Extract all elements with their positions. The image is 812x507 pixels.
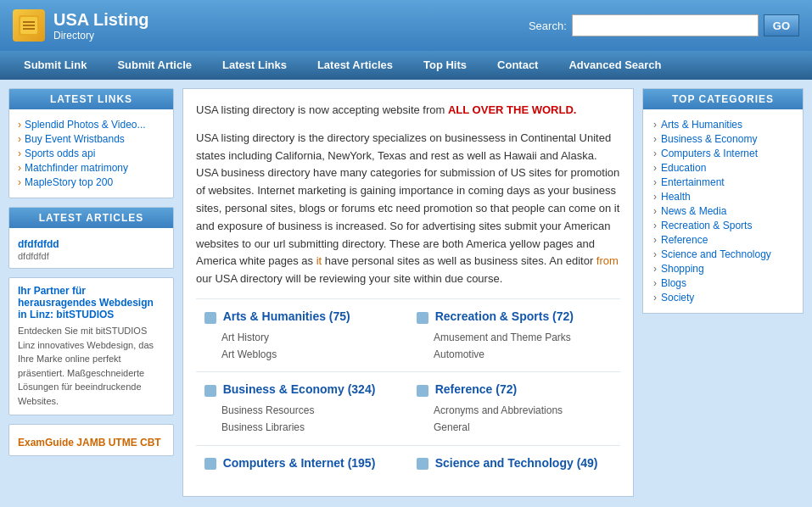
center-content: USA listing directory is now accepting w…: [182, 88, 634, 497]
right-cat-entertainment[interactable]: Entertainment: [653, 176, 792, 188]
search-input[interactable]: [572, 14, 759, 36]
cat-recreation-title[interactable]: Recreation & Sports (72): [435, 309, 574, 323]
cat-arts-subs: Art HistoryArt Weblogs: [204, 329, 400, 364]
header: USA Listing Directory Search: GO: [0, 0, 812, 51]
right-cat-recreation[interactable]: Recreation & Sports: [653, 220, 792, 231]
latest-link-3[interactable]: Sports odds api: [18, 148, 165, 159]
article-subtitle-1: dfdfdfdf: [18, 251, 165, 261]
cat-arts-title[interactable]: Arts & Humanities (75): [223, 309, 350, 323]
cat-recreation-subs: Amusement and Theme ParksAutomotive: [417, 329, 612, 364]
promo-content: Ihr Partner für herausragendes Webdesign…: [9, 278, 173, 415]
intro-paragraph-1: USA listing directory is now accepting w…: [196, 102, 620, 120]
cat-arts-icon: [204, 312, 216, 324]
right-cat-health[interactable]: Health: [653, 191, 792, 203]
nav-submit-link[interactable]: Submit Link: [8, 51, 102, 80]
right-cat-reference[interactable]: Reference: [653, 234, 792, 246]
latest-link-5[interactable]: MapleStory top 200: [18, 176, 165, 188]
nav-latest-articles[interactable]: Latest Articles: [302, 51, 408, 80]
cat-computers-icon: [204, 458, 216, 470]
examguide-content: ExamGuide JAMB UTME CBT: [9, 425, 173, 455]
intro-paragraph-2: USA listing directory is the directory s…: [196, 130, 620, 288]
top-categories-content: Arts & Humanities Business & Economy Com…: [643, 109, 803, 313]
latest-links-content: Splendid Photos & Video... Buy Event Wri…: [9, 109, 173, 198]
top-categories-box: TOP CATEGORIES Arts & Humanities Busines…: [642, 88, 804, 314]
cat-reference-subs: Acronyms and AbbreviationsGeneral: [417, 402, 612, 437]
inline-link-it[interactable]: it: [316, 254, 322, 267]
category-grid: Arts & Humanities (75) Art HistoryArt We…: [196, 298, 620, 483]
latest-articles-box: LATEST ARTICLES dfdfdfdd dfdfdfdf: [8, 207, 174, 269]
logo-area: USA Listing Directory: [13, 9, 149, 42]
right-cat-shopping[interactable]: Shopping: [653, 263, 792, 275]
latest-links-header: LATEST LINKS: [9, 89, 173, 109]
article-title-1[interactable]: dfdfdfdd: [18, 238, 165, 250]
latest-link-1[interactable]: Splendid Photos & Video...: [18, 119, 165, 131]
cat-science-icon: [417, 458, 428, 470]
latest-articles-header: LATEST ARTICLES: [9, 208, 173, 228]
inline-link-from[interactable]: from: [596, 254, 619, 267]
nav-latest-links[interactable]: Latest Links: [207, 51, 302, 80]
right-cat-arts[interactable]: Arts & Humanities: [653, 119, 792, 131]
go-button[interactable]: GO: [764, 14, 799, 36]
right-cat-science[interactable]: Science and Technology: [653, 248, 792, 260]
right-cat-society[interactable]: Society: [653, 292, 792, 304]
site-subtitle: Directory: [53, 30, 149, 42]
examguide-link[interactable]: ExamGuide JAMB UTME CBT: [18, 437, 165, 448]
search-area: Search: GO: [529, 14, 799, 36]
promo-title[interactable]: Ihr Partner für herausragendes Webdesign…: [18, 285, 165, 320]
cat-reference-icon: [417, 385, 428, 397]
search-label: Search:: [529, 20, 567, 32]
cat-business-title[interactable]: Business & Economy (324): [223, 382, 376, 396]
cat-recreation-icon: [417, 312, 428, 324]
nav-advanced-search[interactable]: Advanced Search: [553, 51, 676, 80]
site-title: USA Listing: [53, 10, 149, 30]
right-cat-blogs[interactable]: Blogs: [653, 277, 792, 289]
logo-text-area: USA Listing Directory: [53, 10, 149, 42]
latest-link-2[interactable]: Buy Event Wristbands: [18, 133, 165, 145]
nav-submit-article[interactable]: Submit Article: [102, 51, 207, 80]
cat-business-icon: [204, 385, 216, 397]
promo-box: Ihr Partner für herausragendes Webdesign…: [8, 277, 174, 415]
cat-reference-title[interactable]: Reference (72): [435, 382, 518, 396]
cat-science-title[interactable]: Science and Technology (49): [435, 456, 598, 470]
cat-computers: Computers & Internet (195): [196, 445, 408, 484]
right-cat-business[interactable]: Business & Economy: [653, 133, 792, 145]
right-cat-computers[interactable]: Computers & Internet: [653, 148, 792, 159]
cat-business: Business & Economy (324) Business Resour…: [196, 371, 408, 444]
main-content: LATEST LINKS Splendid Photos & Video... …: [0, 80, 812, 505]
cat-reference: Reference (72) Acronyms and Abbreviation…: [408, 371, 620, 444]
navbar: Submit Link Submit Article Latest Links …: [0, 51, 812, 80]
cat-recreation: Recreation & Sports (72) Amusement and T…: [408, 298, 620, 371]
cat-business-subs: Business ResourcesBusiness Libraries: [204, 402, 400, 437]
promo-text: Entdecken Sie mit bitSTUDIOS Linz innova…: [18, 324, 165, 408]
logo-icon: [13, 9, 45, 42]
right-cat-education[interactable]: Education: [653, 162, 792, 174]
latest-link-4[interactable]: Matchfinder matrimony: [18, 162, 165, 174]
highlight-text: ALL OVER THE WORLD.: [448, 103, 576, 116]
examguide-box: ExamGuide JAMB UTME CBT: [8, 424, 174, 456]
left-sidebar: LATEST LINKS Splendid Photos & Video... …: [8, 88, 174, 497]
cat-computers-title[interactable]: Computers & Internet (195): [223, 456, 376, 470]
nav-top-hits[interactable]: Top Hits: [408, 51, 482, 80]
nav-contact[interactable]: Contact: [482, 51, 553, 80]
latest-articles-content: dfdfdfdd dfdfdfdf: [9, 228, 173, 268]
cat-science: Science and Technology (49): [408, 445, 620, 484]
right-sidebar: TOP CATEGORIES Arts & Humanities Busines…: [642, 88, 804, 497]
right-cat-news[interactable]: News & Media: [653, 205, 792, 217]
top-categories-header: TOP CATEGORIES: [643, 89, 803, 109]
cat-arts: Arts & Humanities (75) Art HistoryArt We…: [196, 298, 408, 371]
latest-links-box: LATEST LINKS Splendid Photos & Video... …: [8, 88, 174, 198]
